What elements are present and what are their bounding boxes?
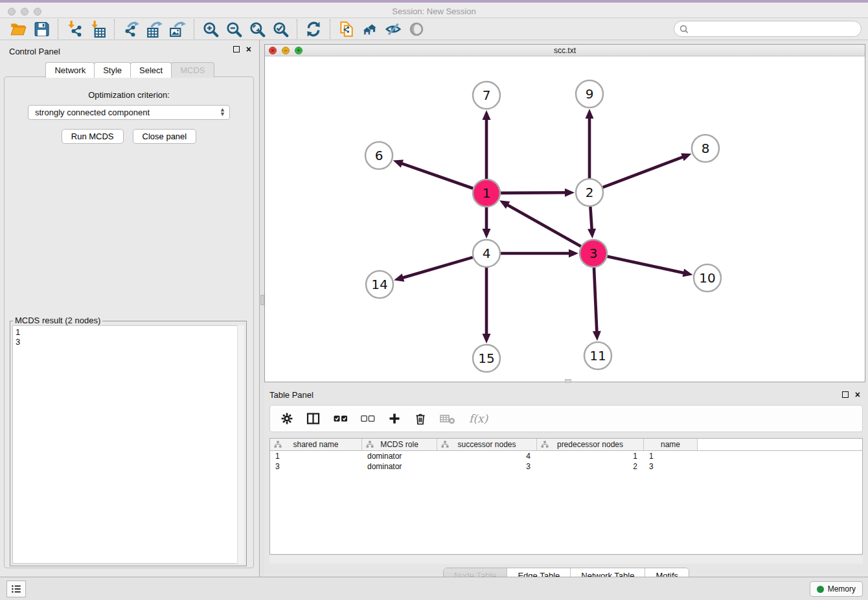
network-window-title: scc.txt (265, 46, 865, 55)
table-horizontal-scrollbar[interactable] (269, 556, 863, 564)
zoom-in-icon (202, 21, 219, 38)
tab-select[interactable]: Select (130, 62, 172, 78)
float-panel-icon[interactable] (842, 391, 849, 398)
export-network-button[interactable] (119, 19, 143, 39)
zoom-fit-button[interactable] (246, 19, 269, 39)
memory-label: Memory (828, 584, 856, 594)
graph-edge-2-3[interactable] (590, 207, 591, 230)
table-row[interactable]: 1 dominator 4 1 1 (270, 451, 862, 461)
task-history-button[interactable] (6, 581, 26, 597)
graph-node-label: 9 (586, 86, 594, 102)
cell-name[interactable]: 1 (644, 452, 698, 461)
close-panel-icon[interactable]: × (855, 391, 860, 398)
node-table[interactable]: shared name MCDS role successor nodes (269, 438, 863, 555)
network-overview-button[interactable] (358, 19, 382, 39)
gear-button[interactable] (280, 412, 293, 425)
graph-edge-arrowhead (483, 334, 491, 343)
deselect-all-button[interactable] (361, 412, 375, 425)
zoom-out-button[interactable] (222, 19, 246, 39)
column-header-name[interactable]: name (644, 439, 698, 450)
graph-edge-1-6[interactable] (401, 163, 473, 189)
search-icon (680, 25, 689, 34)
graph-node-label: 2 (586, 185, 594, 200)
import-network-button[interactable] (63, 19, 86, 39)
function-button[interactable]: f(x) (468, 411, 490, 426)
add-column-icon (388, 412, 401, 425)
network-window-titlebar[interactable]: × − + scc.txt (265, 45, 865, 56)
save-session-button[interactable] (30, 19, 53, 39)
main-area: Control Panel × Network Style Select MCD… (0, 40, 868, 577)
search-box[interactable] (674, 21, 862, 37)
graph-node-label: 1 (483, 185, 491, 201)
graph-edge-4-14[interactable] (402, 257, 473, 278)
graph-edge-1-2[interactable] (501, 192, 566, 193)
tab-style[interactable]: Style (94, 62, 131, 78)
export-image-icon (169, 21, 186, 38)
cell-successor-nodes[interactable]: 3 (437, 462, 537, 471)
close-panel-button[interactable]: Close panel (133, 129, 197, 144)
search-input[interactable] (689, 25, 856, 34)
graph-edge-3-1[interactable] (507, 205, 580, 247)
cell-predecessor-nodes[interactable]: 1 (537, 452, 644, 461)
toolbar-separator (194, 19, 194, 39)
export-table-button[interactable] (143, 19, 166, 39)
float-panel-icon[interactable] (233, 46, 240, 52)
graphics-details-button[interactable] (382, 19, 405, 39)
cell-name[interactable]: 3 (644, 462, 698, 471)
column-header-predecessor-nodes[interactable]: predecessor nodes (537, 439, 644, 450)
tab-mcds[interactable]: MCDS (171, 62, 214, 78)
memory-button[interactable]: Memory (810, 581, 863, 597)
import-table-button[interactable] (86, 19, 109, 39)
zoom-fit-icon (249, 21, 266, 38)
main-toolbar (0, 18, 868, 40)
table-row[interactable]: 3 dominator 3 2 3 (270, 461, 862, 472)
function-icon: f(x) (468, 411, 490, 426)
title-bar: Session: New Session (0, 0, 868, 18)
zoom-in-button[interactable] (199, 19, 222, 39)
run-mcds-button[interactable]: Run MCDS (62, 129, 124, 144)
window-title: Session: New Session (0, 6, 868, 16)
column-header-mcds-role[interactable]: MCDS role (362, 439, 437, 450)
graph-edge-arrowhead (593, 331, 601, 341)
tab-network[interactable]: Network (45, 62, 95, 78)
graph-edge-3-10[interactable] (608, 257, 685, 273)
mcds-result-text[interactable]: 1 3 (12, 325, 244, 564)
cell-mcds-role[interactable]: dominator (362, 462, 437, 471)
refresh-button[interactable] (302, 19, 325, 39)
graph-edge-3-11[interactable] (594, 268, 597, 332)
column-header-successor-nodes[interactable]: successor nodes (437, 439, 537, 450)
graph-edge-arrowhead (483, 229, 491, 238)
hierarchy-icon (366, 441, 374, 448)
toolbar-separator (114, 19, 115, 39)
select-all-button[interactable] (334, 412, 348, 425)
graph-edge-2-8[interactable] (603, 157, 684, 187)
cell-shared-name[interactable]: 1 (270, 452, 362, 461)
control-panel: Control Panel × Network Style Select MCD… (0, 40, 260, 577)
column-header-shared-name[interactable]: shared name (270, 439, 362, 450)
export-image-button[interactable] (166, 19, 189, 39)
open-session-button[interactable] (6, 19, 30, 39)
graph-node-label: 10 (699, 270, 715, 286)
cell-shared-name[interactable]: 3 (270, 462, 362, 471)
duplicate-network-button[interactable] (335, 19, 358, 39)
close-panel-icon[interactable]: × (246, 46, 251, 52)
zoom-selected-button[interactable] (269, 19, 292, 39)
cell-mcds-role[interactable]: dominator (362, 452, 437, 461)
save-session-icon (33, 21, 50, 38)
network-canvas[interactable]: 7968124314101511 (265, 56, 865, 382)
column-button[interactable] (306, 412, 321, 425)
network-view-window: × − + scc.txt 7968124314101511 (264, 44, 865, 382)
mcds-result-scrollbar[interactable] (237, 325, 244, 564)
add-column-button[interactable] (388, 412, 401, 425)
cell-predecessor-nodes[interactable]: 2 (537, 462, 644, 471)
zoom-out-icon (225, 21, 242, 38)
cell-successor-nodes[interactable]: 4 (437, 452, 537, 461)
memory-status-icon (817, 586, 824, 593)
delete-table-button[interactable] (440, 412, 455, 425)
hierarchy-icon (541, 441, 549, 448)
birds-eye-button[interactable] (405, 19, 428, 39)
optimization-criterion-dropdown[interactable]: strongly connected component ▲▼ (28, 105, 230, 120)
splitter-handle[interactable] (565, 379, 571, 383)
toolbar-separator (330, 19, 330, 39)
delete-button[interactable] (414, 412, 427, 425)
